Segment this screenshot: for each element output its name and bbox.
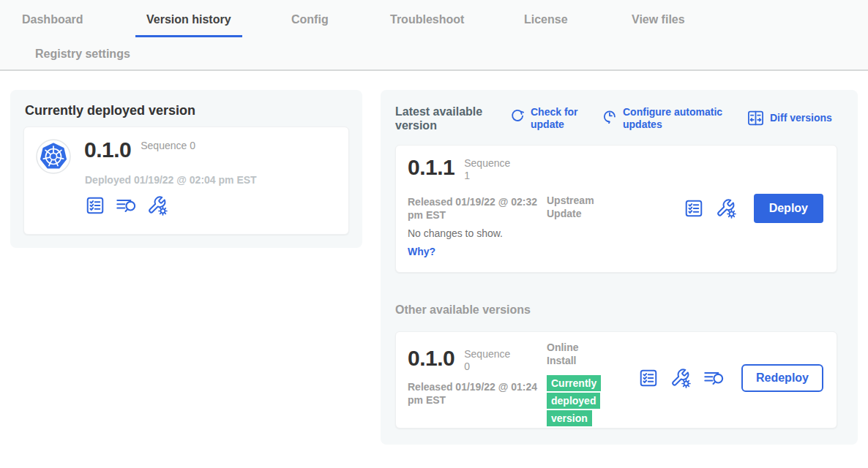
- diff-icon: [747, 109, 765, 127]
- diff-versions-link[interactable]: Diff versions: [747, 109, 832, 127]
- deployed-timestamp: Deployed 01/19/22 @ 02:04 pm EST: [85, 174, 257, 186]
- tab-registry-settings[interactable]: Registry settings: [24, 45, 141, 69]
- current-sequence-label: Sequence 0: [141, 140, 195, 152]
- other-source-label: Online Install: [547, 341, 592, 367]
- tab-view-files[interactable]: View files: [621, 11, 696, 35]
- other-available-versions-heading: Other available versions: [395, 303, 531, 317]
- no-changes-text: No changes to show.: [408, 227, 503, 239]
- other-sequence-label: Sequence 0: [464, 348, 515, 373]
- preflight-checks-icon[interactable]: [638, 368, 659, 388]
- tab-config[interactable]: Config: [280, 11, 340, 35]
- latest-version-card: 0.1.1 Sequence 1 Released 01/19/22 @ 02:…: [395, 145, 837, 273]
- config-icon[interactable]: [670, 367, 692, 389]
- tab-version-history[interactable]: Version history: [135, 11, 242, 37]
- check-for-update-link[interactable]: Check for update: [509, 106, 585, 131]
- current-version-number: 0.1.0: [84, 138, 131, 162]
- latest-version-number: 0.1.1: [408, 156, 454, 179]
- currently-deployed-title: Currently deployed version: [25, 103, 195, 118]
- diff-versions-label: Diff versions: [770, 112, 832, 124]
- other-version-card: 0.1.0 Sequence 0 Online Install Released…: [395, 331, 837, 429]
- deploy-button[interactable]: Deploy: [754, 194, 823, 223]
- latest-source-label: Upstream Update: [547, 194, 613, 220]
- currently-deployed-card: 0.1.0 Sequence 0 Deployed 01/19/22 @ 02:…: [23, 127, 349, 235]
- configure-automatic-updates-link[interactable]: Configure automatic updates: [602, 106, 733, 131]
- config-icon[interactable]: [146, 195, 168, 216]
- currently-deployed-badge-wrap: Currently deployed version: [547, 374, 607, 427]
- other-version-number: 0.1.0: [408, 347, 454, 370]
- top-navigation: Dashboard Version history Config Trouble…: [0, 0, 868, 71]
- config-icon[interactable]: [715, 197, 737, 219]
- latest-released-timestamp: Released 01/19/22 @ 02:32 pm EST: [408, 195, 538, 222]
- tab-license[interactable]: License: [513, 11, 579, 35]
- currently-deployed-badge: Currently deployed version: [547, 375, 601, 426]
- tab-dashboard[interactable]: Dashboard: [11, 11, 94, 35]
- redeploy-button[interactable]: Redeploy: [741, 364, 823, 392]
- refresh-icon: [509, 107, 525, 124]
- other-released-timestamp: Released 01/19/22 @ 01:24 pm EST: [408, 380, 538, 407]
- latest-available-title: Latest available version: [395, 105, 496, 132]
- deploy-logs-icon[interactable]: [115, 195, 137, 216]
- latest-available-panel: Latest available version Check for updat…: [381, 90, 858, 445]
- latest-sequence-label: Sequence 1: [464, 157, 515, 182]
- preflight-checks-icon[interactable]: [85, 195, 105, 216]
- preflight-checks-icon[interactable]: [684, 198, 704, 219]
- why-link[interactable]: Why?: [408, 246, 435, 257]
- configure-automatic-updates-label: Configure automatic updates: [623, 106, 733, 131]
- tab-troubleshoot[interactable]: Troubleshoot: [379, 11, 475, 35]
- check-for-update-label: Check for update: [531, 106, 585, 131]
- kubernetes-logo-icon: [36, 139, 71, 174]
- currently-deployed-panel: Currently deployed version 0.1.0 Sequenc…: [10, 90, 362, 248]
- deploy-logs-icon[interactable]: [703, 368, 725, 388]
- auto-update-icon: [602, 107, 618, 124]
